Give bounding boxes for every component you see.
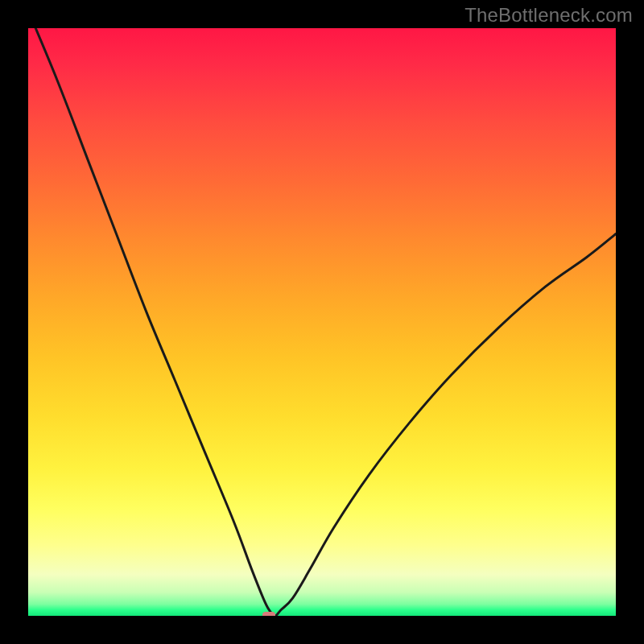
chart-frame: TheBottleneck.com: [0, 0, 644, 644]
watermark-text: TheBottleneck.com: [464, 4, 633, 27]
bottleneck-curve: [28, 28, 616, 616]
plot-area: [28, 28, 616, 616]
optimal-point-marker: [262, 612, 275, 616]
